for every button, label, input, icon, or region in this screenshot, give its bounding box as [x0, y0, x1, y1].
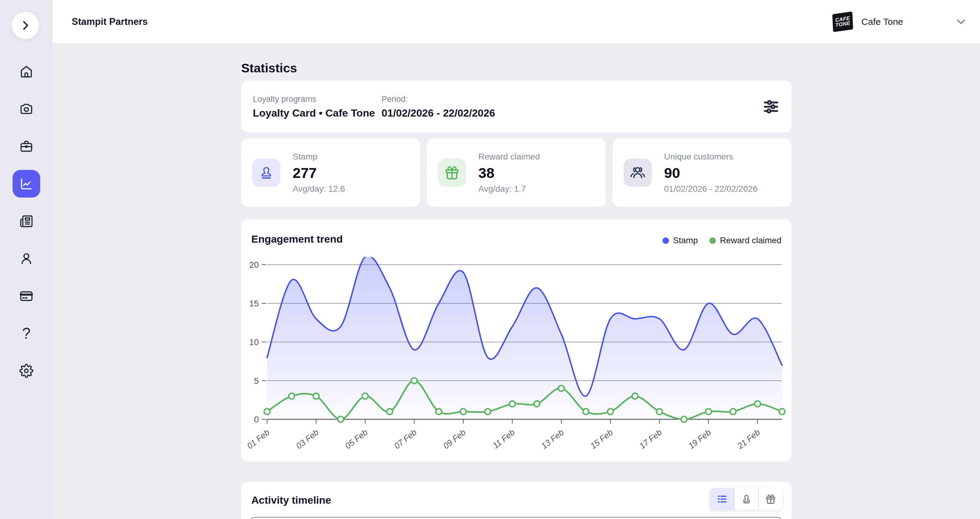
view-stamps-button[interactable]: [734, 488, 758, 510]
settings-icon: [19, 364, 33, 378]
svg-text:17 Feb: 17 Feb: [638, 428, 664, 450]
main-area: Statistics Loyalty programs Loyalty Card…: [53, 43, 980, 519]
svg-text:13 Feb: 13 Feb: [539, 428, 566, 450]
chevron-down-icon[interactable]: [954, 15, 968, 29]
help-icon: ?: [22, 326, 31, 341]
sliders-icon: [762, 98, 780, 116]
stat-card-reward-claimed: Reward claimed 38 Avg/day: 1.7: [427, 138, 606, 207]
stat-label: Stamp: [293, 152, 345, 162]
stat-cards-row: Stamp 277 Avg/day: 12.6 Reward claimed: [241, 138, 792, 207]
svg-text:09 Feb: 09 Feb: [442, 428, 468, 450]
svg-text:05 Feb: 05 Feb: [344, 428, 369, 450]
view-rewards-button[interactable]: [758, 488, 782, 510]
period-filter-label: Period:: [382, 94, 495, 104]
svg-text:10: 10: [249, 337, 259, 347]
filter-card: Loyalty programs Loyalty Card • Cafe Ton…: [241, 81, 792, 133]
sidebar-item-home[interactable]: [13, 57, 40, 85]
stat-value: 277: [293, 164, 345, 181]
svg-text:07 Feb: 07 Feb: [393, 428, 418, 450]
view-list-button[interactable]: [710, 488, 734, 510]
sidebar: ?: [0, 0, 53, 519]
merchant-logo: CAFE TONE: [832, 11, 853, 32]
svg-text:11 Feb: 11 Feb: [491, 428, 516, 450]
account-name: Cafe Tone: [861, 17, 903, 27]
sidebar-item-help[interactable]: ?: [13, 319, 40, 347]
activity-title: Activity timeline: [251, 494, 331, 506]
briefcase-icon: [19, 139, 33, 153]
sidebar-item-business[interactable]: [13, 133, 40, 160]
activity-timeline-card: Activity timeline: [241, 482, 792, 519]
stamp-icon: [252, 158, 280, 187]
stat-subtext: Avg/day: 1.7: [478, 184, 540, 194]
users-icon: [624, 158, 652, 187]
engagement-trend-card: Engagement trend Stamp Reward claimed 05…: [241, 220, 792, 462]
sidebar-expand-button[interactable]: [12, 12, 39, 39]
sidebar-item-news[interactable]: [13, 208, 40, 235]
user-icon: [19, 252, 33, 266]
list-icon: [716, 493, 728, 505]
sidebar-item-customers[interactable]: [13, 245, 40, 272]
analytics-icon: [19, 177, 33, 191]
filters-button[interactable]: [762, 98, 780, 116]
stat-label: Unique customers: [664, 152, 757, 162]
app-title: Stampit Partners: [72, 16, 148, 27]
stat-subtext: 01/02/2026 - 22/02/2026: [664, 184, 757, 194]
top-header: Stampit Partners CAFE TONE Cafe Tone: [53, 0, 980, 43]
svg-text:19 Feb: 19 Feb: [687, 428, 713, 450]
gift-icon: [765, 493, 776, 505]
sidebar-item-analytics[interactable]: [13, 170, 40, 198]
svg-text:21 Feb: 21 Feb: [735, 428, 762, 451]
svg-text:5: 5: [254, 376, 259, 386]
sidebar-item-billing[interactable]: [13, 282, 40, 310]
page-title: Statistics: [241, 61, 792, 75]
camera-icon: [19, 102, 33, 116]
svg-text:20: 20: [249, 260, 259, 270]
stat-subtext: Avg/day: 12.6: [293, 184, 345, 194]
stamp-icon: [741, 493, 752, 505]
svg-text:0: 0: [254, 415, 259, 424]
sidebar-item-scans[interactable]: [13, 95, 40, 123]
program-filter-label: Loyalty programs: [253, 94, 382, 104]
sidebar-nav: ?: [0, 57, 53, 394]
svg-text:03 Feb: 03 Feb: [294, 428, 321, 450]
account-switcher[interactable]: CAFE TONE Cafe Tone: [833, 13, 903, 31]
stat-card-unique-customers: Unique customers 90 01/02/2026 - 22/02/2…: [612, 138, 792, 207]
gift-icon: [438, 158, 466, 187]
svg-text:15 Feb: 15 Feb: [589, 428, 615, 450]
sidebar-item-settings[interactable]: [13, 357, 40, 385]
stat-label: Reward claimed: [478, 152, 540, 162]
home-icon: [19, 64, 33, 78]
credit-card-icon: [19, 289, 33, 303]
news-icon: [19, 214, 33, 228]
svg-text:15: 15: [249, 299, 259, 308]
program-filter-value: Loyalty Card • Cafe Tone: [253, 107, 382, 119]
svg-text:01 Feb: 01 Feb: [245, 428, 271, 450]
period-filter[interactable]: Period: 01/02/2026 - 22/02/2026: [382, 94, 495, 119]
program-filter[interactable]: Loyalty programs Loyalty Card • Cafe Ton…: [253, 94, 382, 119]
stat-value: 90: [664, 164, 757, 181]
period-filter-value: 01/02/2026 - 22/02/2026: [382, 107, 495, 119]
stat-value: 38: [478, 164, 540, 181]
engagement-trend-chart: 0510152001 Feb03 Feb05 Feb07 Feb09 Feb11…: [241, 220, 792, 462]
chevron-right-icon: [19, 19, 32, 32]
activity-view-switch: [710, 488, 782, 510]
stat-card-stamp: Stamp 277 Avg/day: 12.6: [241, 138, 420, 207]
activity-filter-input[interactable]: [250, 517, 783, 519]
